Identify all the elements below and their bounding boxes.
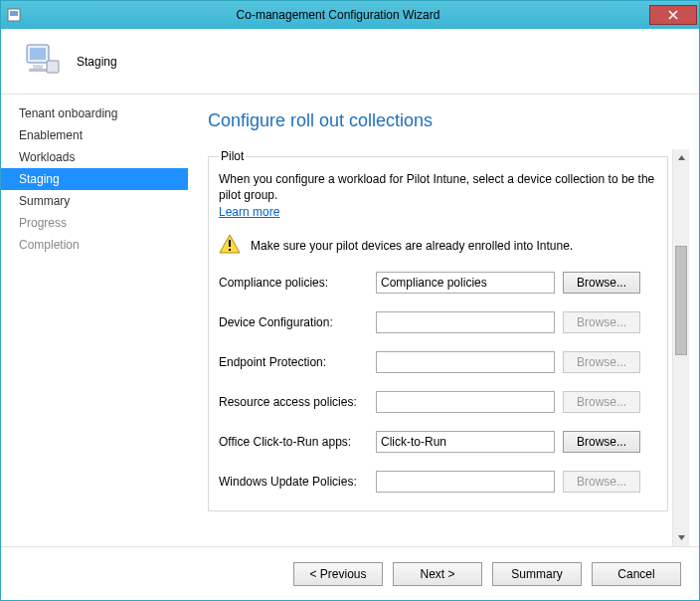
learn-more-link[interactable]: Learn more xyxy=(219,205,279,219)
svg-rect-8 xyxy=(47,61,59,73)
stage-title: Staging xyxy=(77,55,117,69)
browse-button: Browse... xyxy=(563,471,640,493)
scroll-up-arrow[interactable] xyxy=(673,149,689,166)
browse-button[interactable]: Browse... xyxy=(563,272,640,294)
summary-button[interactable]: Summary xyxy=(492,562,582,586)
workload-input[interactable] xyxy=(376,311,555,333)
cancel-button[interactable]: Cancel xyxy=(592,562,681,586)
sidebar-item-staging[interactable]: Staging xyxy=(1,168,188,190)
browse-button: Browse... xyxy=(563,391,640,413)
scroll-thumb[interactable] xyxy=(675,246,687,355)
workload-label: Resource access policies: xyxy=(219,395,368,409)
pilot-description: When you configure a workload for Pilot … xyxy=(219,171,657,203)
sidebar-item-completion[interactable]: Completion xyxy=(1,234,188,256)
app-icon xyxy=(1,8,27,22)
workload-input[interactable] xyxy=(376,431,555,453)
wizard-window: Co-management Configuration Wizard Stagi… xyxy=(0,0,700,601)
svg-marker-12 xyxy=(678,155,685,160)
sidebar-item-summary[interactable]: Summary xyxy=(1,190,188,212)
workload-row: Windows Update Policies:Browse... xyxy=(219,471,657,493)
next-button[interactable]: Next > xyxy=(393,562,482,586)
sidebar-item-tenant-onboarding[interactable]: Tenant onboarding xyxy=(1,102,188,124)
wizard-header: Staging xyxy=(1,29,699,95)
workload-label: Compliance policies: xyxy=(219,276,368,290)
window-title: Co-management Configuration Wizard xyxy=(27,8,649,22)
previous-button[interactable]: < Previous xyxy=(293,562,383,586)
svg-rect-10 xyxy=(229,240,231,247)
workload-label: Office Click-to-Run apps: xyxy=(219,435,368,449)
wizard-footer: < Previous Next > Summary Cancel xyxy=(1,546,699,600)
workload-input[interactable] xyxy=(376,471,555,493)
svg-rect-11 xyxy=(229,249,231,251)
close-icon xyxy=(668,10,678,20)
close-button[interactable] xyxy=(649,5,697,25)
wizard-body: Tenant onboardingEnablementWorkloadsStag… xyxy=(1,95,699,546)
workload-row: Device Configuration:Browse... xyxy=(219,311,657,333)
svg-rect-6 xyxy=(33,65,43,69)
sidebar: Tenant onboardingEnablementWorkloadsStag… xyxy=(1,95,188,546)
warning-icon xyxy=(219,233,241,258)
pilot-legend: Pilot xyxy=(219,149,246,163)
browse-button[interactable]: Browse... xyxy=(563,431,640,453)
scroll-content: Pilot When you configure a workload for … xyxy=(208,149,672,546)
workload-row: Endpoint Protection:Browse... xyxy=(219,351,657,373)
titlebar: Co-management Configuration Wizard xyxy=(1,1,699,29)
sidebar-item-workloads[interactable]: Workloads xyxy=(1,146,188,168)
workload-input[interactable] xyxy=(376,351,555,373)
browse-button: Browse... xyxy=(563,351,640,373)
warning-text: Make sure your pilot devices are already… xyxy=(251,239,573,253)
scroll-down-arrow[interactable] xyxy=(673,529,689,546)
workload-row: Resource access policies:Browse... xyxy=(219,391,657,413)
sidebar-item-enablement[interactable]: Enablement xyxy=(1,124,188,146)
workload-label: Endpoint Protection: xyxy=(219,355,368,369)
workload-label: Windows Update Policies: xyxy=(219,475,368,489)
vertical-scrollbar[interactable] xyxy=(672,149,689,546)
svg-rect-5 xyxy=(30,48,46,60)
workload-row: Office Click-to-Run apps:Browse... xyxy=(219,431,657,453)
content: Staging Tenant onboardingEnablementWorkl… xyxy=(1,29,699,600)
svg-rect-1 xyxy=(10,11,18,16)
scroll-track[interactable] xyxy=(673,166,689,529)
svg-rect-7 xyxy=(29,69,47,72)
page-heading: Configure roll out collections xyxy=(208,110,689,131)
pilot-group: Pilot When you configure a workload for … xyxy=(208,149,668,511)
sidebar-item-progress[interactable]: Progress xyxy=(1,212,188,234)
browse-button: Browse... xyxy=(563,311,640,333)
workload-input[interactable] xyxy=(376,272,555,294)
svg-marker-13 xyxy=(678,535,685,540)
warning-row: Make sure your pilot devices are already… xyxy=(219,233,657,258)
main-panel: Configure roll out collections Pilot Whe… xyxy=(188,95,699,546)
computer-icon xyxy=(21,39,63,84)
workload-row: Compliance policies:Browse... xyxy=(219,272,657,294)
workload-label: Device Configuration: xyxy=(219,315,368,329)
workload-input[interactable] xyxy=(376,391,555,413)
scroll-area: Pilot When you configure a workload for … xyxy=(208,149,689,546)
